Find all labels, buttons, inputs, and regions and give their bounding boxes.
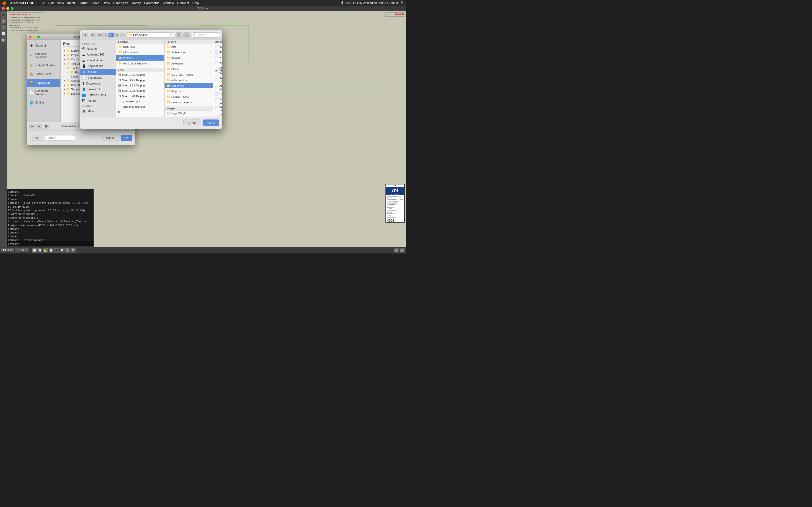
menu-file[interactable]: File — [40, 1, 45, 5]
col1-shot1[interactable]: 🖼 Shot...5.35 AM.png — [116, 72, 164, 77]
col2-online-orders[interactable]: 📁 online orders › — [164, 77, 213, 83]
tb-icon-7[interactable]: 🖱 — [65, 248, 70, 252]
menu-edit[interactable]: Edit — [48, 1, 54, 5]
menu-insert[interactable]: Insert — [67, 1, 75, 5]
col3-autodesk-mono[interactable]: 📄 Autodesk-MONO.stb — [213, 83, 222, 91]
menu-window[interactable]: Window — [163, 1, 174, 5]
open-button[interactable]: Open — [203, 119, 219, 126]
col3-acad-stb[interactable]: 📄 acad.stb — [213, 49, 222, 55]
col1-flashdrive[interactable]: 📁 flashDrive › — [116, 44, 164, 50]
col3-add-plot[interactable]: 🔗 Add-A-Plot S...le Wizard.Ink — [213, 65, 222, 76]
sidebar-autodesk360[interactable]: ☁ Autodesk 360 — [80, 52, 116, 57]
sidebar-downloads[interactable]: ⬇ Downloads — [80, 80, 116, 87]
tb-right-icon-2[interactable]: ▶ — [400, 248, 405, 252]
dialog-maximize[interactable] — [37, 36, 40, 38]
flr-button[interactable]: FLR A ▼ — [15, 248, 29, 252]
dialog-close[interactable] — [29, 36, 32, 38]
help-button[interactable]: Help — [30, 135, 43, 141]
col2-renderings[interactable]: 📁 RENDERINGS › — [164, 94, 213, 100]
sidebar-icon-3[interactable]: ≡ — [1, 24, 6, 30]
command-input[interactable] — [22, 242, 93, 245]
col1-shot3[interactable]: 🖼 Shot...5.39 AM.png — [116, 83, 164, 88]
search-input[interactable] — [45, 135, 76, 140]
coverflow-view-button[interactable]: ⋯ — [120, 33, 125, 38]
menu-modify[interactable]: Modify — [132, 1, 141, 5]
remove-button[interactable]: − — [37, 124, 42, 129]
col2-aizer[interactable]: 📁 Aizer › — [164, 44, 213, 50]
col2-blocks[interactable]: 📁 Blocks › — [164, 66, 213, 72]
sidebar-documents[interactable]: 📄 Documents — [80, 75, 116, 80]
col3-acadlt-ctb[interactable]: 📄 acadlt.ctb — [213, 55, 222, 60]
settings-button[interactable]: ⚙ — [44, 124, 49, 129]
col3-acadlt-stb[interactable]: 📄 acadlt.stb — [213, 60, 222, 65]
gallery-view-button[interactable]: ⊡ — [114, 33, 119, 38]
col3-designjet[interactable]: 📄 DesignJet430.ctb — [213, 97, 222, 102]
sidebar-recents[interactable]: ⏱ Recents — [80, 46, 116, 52]
col3-autodesk-color[interactable]: 📄 Autodesk-Color.stb — [213, 76, 222, 83]
cancel-button[interactable]: Cancel — [102, 135, 119, 141]
col1-insurance[interactable]: 📄 insurance form.pdf — [116, 104, 164, 109]
col2-projects[interactable]: 📁 Projects › — [164, 89, 213, 94]
col3-dwf-virtual[interactable]: 📄 DWF Virtual Pens.ctb — [213, 102, 222, 113]
sidebar-item-online[interactable]: 🌐 Online — [27, 99, 60, 107]
col2-autocad[interactable]: 📁 AutoCAD › — [164, 55, 213, 61]
close-button[interactable] — [2, 7, 5, 10]
tb-icon-5[interactable]: ⬛ — [54, 248, 59, 252]
forward-button[interactable]: ▶ — [90, 33, 96, 38]
sidebar-applications[interactable]: 📱 Applications — [80, 63, 116, 69]
tb-icon-8[interactable]: 🔍 — [71, 248, 75, 252]
sidebar-item-document[interactable]: 📄 Document Settings — [27, 88, 60, 98]
sidebar-item-units[interactable]: 📐 Units & Guides — [27, 61, 60, 69]
sidebar-deleted-users[interactable]: 👥 Deleted Users — [80, 92, 116, 98]
menu-help[interactable]: Help — [192, 1, 199, 5]
sidebar-item-look[interactable]: 🎨 Look & Feel — [27, 70, 60, 78]
col1-projects[interactable]: 📁 Projects › — [116, 55, 164, 61]
icon-view-button[interactable]: ⊞ — [97, 33, 103, 38]
menu-format[interactable]: Format — [79, 1, 89, 5]
menu-tools[interactable]: Tools — [92, 1, 99, 5]
menu-view[interactable]: View — [57, 1, 64, 5]
sidebar-item-application[interactable]: 📦 Application — [27, 79, 60, 87]
col3-chesmar[interactable]: 📄 Chesmar.ctb — [213, 91, 222, 97]
back-button[interactable]: ◀ — [82, 33, 88, 38]
col2-architecture[interactable]: 📁 Architecture › — [164, 50, 213, 55]
sidebar-desktop[interactable]: 🖥 Desktop — [80, 69, 116, 75]
col2-image1[interactable]: 🖼 image001.gif — [164, 111, 213, 116]
share-button[interactable]: ⬆ — [176, 32, 182, 38]
dialog-minimize[interactable] — [33, 36, 36, 38]
paper-button[interactable]: PAPER — [1, 248, 13, 252]
menu-parametric[interactable]: Parametric — [144, 1, 159, 5]
col1-files-flash[interactable]: 📁 iles fr...4g flash drive › — [116, 61, 164, 66]
menu-dimension[interactable]: Dimension — [113, 1, 128, 5]
menu-draw[interactable]: Draw — [102, 1, 110, 5]
col2-sketchup[interactable]: 📁 sketchup projects — [164, 100, 213, 105]
tb-icon-1[interactable]: ⬜ — [32, 248, 37, 252]
sidebar-icon-2[interactable]: ℹ — [1, 18, 6, 24]
cancel-button[interactable]: Cancel — [184, 119, 201, 126]
col3-acad-ctb[interactable]: 📄 acad.ctb — [213, 44, 222, 49]
location-bar[interactable]: 📁 Plot Styles ▼ — [126, 32, 174, 38]
col1-shot5[interactable]: 🖼 Shot...8.28 AM.png — [116, 94, 164, 99]
col2-plot-styles[interactable]: 📁 Plot Styles › — [164, 83, 213, 89]
col1-shot2[interactable]: 🖼 Shot...4.25 AM.png — [116, 77, 164, 83]
col1-courses[interactable]: 📄 y courses1.pdf — [116, 99, 164, 104]
tb-icon-6[interactable]: 🔲 — [60, 248, 64, 252]
sidebar-icloud[interactable]: ☁ iCloud Drive — [80, 57, 116, 63]
sidebar-icon-1[interactable]: ⬛ — [1, 12, 6, 17]
menu-connect[interactable]: Connect — [177, 1, 189, 5]
sidebar-icon-4[interactable]: ⬜ — [1, 31, 6, 36]
tb-right-icon-1[interactable]: ◀ — [394, 248, 399, 252]
minimize-button[interactable] — [6, 7, 9, 10]
search-icon[interactable]: 🔍 — [400, 1, 404, 5]
sidebar-beauscott[interactable]: 👤 beauscott — [80, 87, 116, 92]
ok-button[interactable]: OK — [121, 135, 132, 141]
col1-shot4[interactable]: 🖼 Shot...6.02 AM.png — [116, 88, 164, 94]
maximize-button[interactable] — [11, 7, 13, 10]
sidebar-pictures[interactable]: 🖼 Pictures — [80, 98, 116, 104]
tb-icon-3[interactable]: 📐 — [43, 248, 48, 252]
sidebar-item-cursor[interactable]: ↔ Cursor & Selection — [27, 50, 60, 61]
add-button[interactable]: + — [29, 124, 35, 129]
col2-autosaves[interactable]: 📁 Autosaves › — [164, 61, 213, 66]
sidebar-device-1[interactable]: 💻 Mac... — [80, 108, 116, 114]
list-view-button[interactable]: ≡ — [103, 33, 108, 38]
